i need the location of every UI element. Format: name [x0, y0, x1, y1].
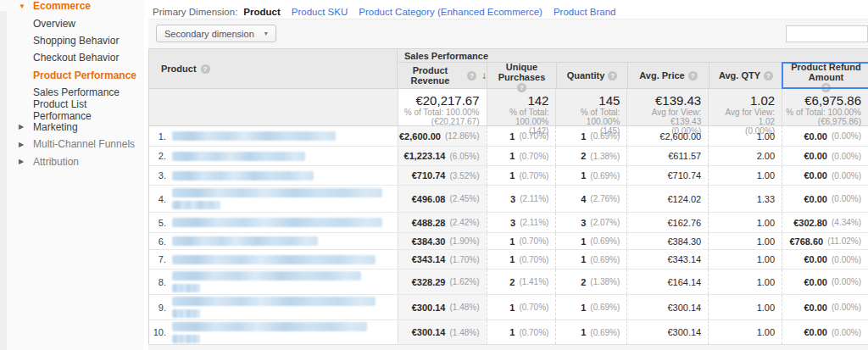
column-header-product-refund-amount[interactable]: Product Refund Amount ? [782, 63, 868, 88]
sidebar-item-overview[interactable]: Overview [0, 14, 144, 31]
sidebar-item-ecommerce[interactable]: ▼ Ecommerce [0, 0, 144, 14]
unique-pct: (1.41%) [519, 277, 548, 286]
column-header-product-revenue[interactable]: Product Revenue ? ↓ [397, 63, 487, 88]
help-icon[interactable]: ? [201, 64, 210, 74]
quantity-pct: (1.38%) [590, 152, 620, 161]
help-icon[interactable]: ? [821, 83, 831, 92]
revenue-value: €343.14 [412, 254, 446, 264]
summary-avg-price: €139.43 Avg for View: €139.43 (0.00%) [626, 89, 708, 125]
help-icon[interactable]: ? [688, 71, 698, 81]
primary-dimension-label: Primary Dimension: [153, 7, 237, 17]
revenue-value: €300.14 [412, 327, 446, 337]
product-name-redacted[interactable] [172, 255, 376, 264]
summary-value: €20,217.67 [398, 93, 480, 108]
avg-qty-value: 1.33 [757, 194, 775, 204]
column-label: Quantity [567, 70, 605, 81]
unique-pct: (2.11%) [520, 194, 548, 203]
unique-value: 1 [509, 170, 515, 181]
table-search-input[interactable] [786, 25, 868, 42]
revenue-pct: (12.86%) [445, 131, 480, 141]
group-label: Sales Performance [404, 51, 488, 61]
avg-price-value: €124.02 [667, 194, 701, 204]
revenue-value: €710.74 [412, 170, 446, 181]
chevron-down-icon: ▼ [19, 3, 33, 10]
column-label: Product Refund Amount [783, 62, 868, 82]
unique-pct: (0.70%) [519, 131, 548, 141]
product-name-redacted[interactable] [172, 152, 305, 161]
revenue-value: €496.08 [412, 194, 446, 204]
revenue-pct: (1.62%) [449, 277, 479, 286]
unique-value: 1 [509, 254, 515, 264]
chevron-right-icon: ▶ [19, 123, 33, 131]
help-icon[interactable]: ? [467, 71, 476, 81]
table-body: 1. €2,600.00(12.86%) 1(0.70%) 1(0.69%) €… [148, 125, 868, 344]
sidebar-item-product-list-performance[interactable]: Product List Performance [0, 101, 144, 118]
avg-price-value: €710.74 [667, 170, 701, 181]
revenue-value: €300.14 [412, 303, 446, 313]
quantity-pct: (0.69%) [590, 131, 620, 141]
table-row: 4. €496.08(2.45%) 3(2.11%) 4(2.76%) €124… [149, 185, 868, 212]
sidebar-item-label: Product List Performance [33, 98, 144, 122]
sidebar-item-checkout-behavior[interactable]: Checkout Behavior [0, 49, 144, 66]
unique-pct: (0.70%) [519, 303, 548, 312]
help-icon[interactable]: ? [764, 71, 773, 81]
product-name-redacted[interactable] [172, 218, 382, 227]
dimension-link-product-sku[interactable]: Product SKU [292, 7, 348, 17]
avg-price-value: €343.14 [667, 254, 701, 264]
column-header-quantity[interactable]: Quantity ? [556, 63, 627, 88]
product-name-redacted[interactable] [172, 297, 376, 318]
sidebar-item-attribution[interactable]: ▶ Attribution [0, 153, 144, 170]
unique-pct: (0.70%) [519, 236, 548, 246]
quantity-value: 1 [581, 236, 586, 247]
revenue-pct: (1.48%) [449, 328, 479, 337]
avg-qty-value: 1.00 [757, 170, 775, 181]
row-number: 10. [149, 327, 166, 337]
sidebar-item-multi-channel-funnels[interactable]: ▶ Multi-Channel Funnels [0, 136, 144, 153]
column-label: Product Revenue [397, 65, 464, 86]
summary-value: 145 [556, 93, 620, 108]
quantity-pct: (0.69%) [590, 171, 620, 181]
sidebar-item-product-performance[interactable]: Product Performance [0, 67, 144, 84]
sidebar-item-shopping-behavior[interactable]: Shopping Behavior [0, 32, 144, 49]
sidebar-item-label: Shopping Behavior [33, 35, 119, 47]
product-name-redacted[interactable] [172, 131, 336, 141]
quantity-value: 1 [581, 327, 586, 337]
help-icon[interactable]: ? [608, 71, 617, 81]
product-name-redacted[interactable] [172, 171, 314, 181]
unique-value: 3 [510, 194, 515, 204]
dimension-link-product-brand[interactable]: Product Brand [554, 7, 616, 17]
sidebar-item-label: Multi-Channel Funnels [33, 138, 135, 150]
refund-value: €0.00 [804, 170, 827, 181]
refund-pct: (0.00%) [832, 171, 861, 181]
quantity-value: 3 [581, 218, 586, 228]
product-name-redacted[interactable] [172, 188, 382, 209]
summary-avg-qty: 1.02 Avg for View: 1.02 (0.00%) [708, 89, 782, 125]
product-name-redacted[interactable] [172, 271, 361, 292]
revenue-value: €2,600.00 [399, 131, 441, 142]
dimension-selected-product[interactable]: Product [243, 7, 280, 17]
secondary-dimension-button[interactable]: Secondary dimension ▾ [156, 25, 276, 42]
sidebar-item-label: Checkout Behavior [33, 52, 119, 64]
row-number: 7. [149, 254, 166, 264]
avg-price-value: €2,600.00 [659, 131, 701, 142]
sidebar-nav: ▼ Ecommerce Overview Shopping Behavior C… [0, 0, 144, 170]
table-toolbar: Secondary dimension ▾ [148, 19, 868, 48]
help-icon[interactable]: ? [517, 83, 526, 92]
table-summary-row: €20,217.67 % of Total: 100.00% (€20,217.… [148, 89, 868, 125]
column-label: Avg. QTY [719, 70, 760, 81]
quantity-pct: (2.07%) [590, 218, 620, 227]
column-header-avg-price[interactable]: Avg. Price ? [627, 63, 709, 88]
product-name-redacted[interactable] [172, 322, 367, 343]
summary-unique-purchases: 142 % of Total: 100.00% (142) [487, 89, 556, 125]
dimension-link-product-category[interactable]: Product Category (Enhanced Ecommerce) [359, 7, 542, 17]
column-header-avg-qty[interactable]: Avg. QTY ? [709, 63, 782, 88]
table-row: 9. €300.14(1.48%) 1(0.70%) 1(0.69%) €300… [149, 294, 868, 319]
column-header-product[interactable]: Product ? [149, 49, 398, 88]
report-main: Primary Dimension: Product Product SKU P… [144, 0, 868, 350]
product-name-redacted[interactable] [172, 236, 318, 246]
quantity-pct: (0.69%) [590, 255, 620, 264]
row-number: 6. [149, 236, 166, 247]
quantity-pct: (0.69%) [590, 303, 620, 312]
summary-value: 142 [487, 93, 549, 108]
column-header-unique-purchases[interactable]: Unique Purchases ? [487, 63, 556, 88]
